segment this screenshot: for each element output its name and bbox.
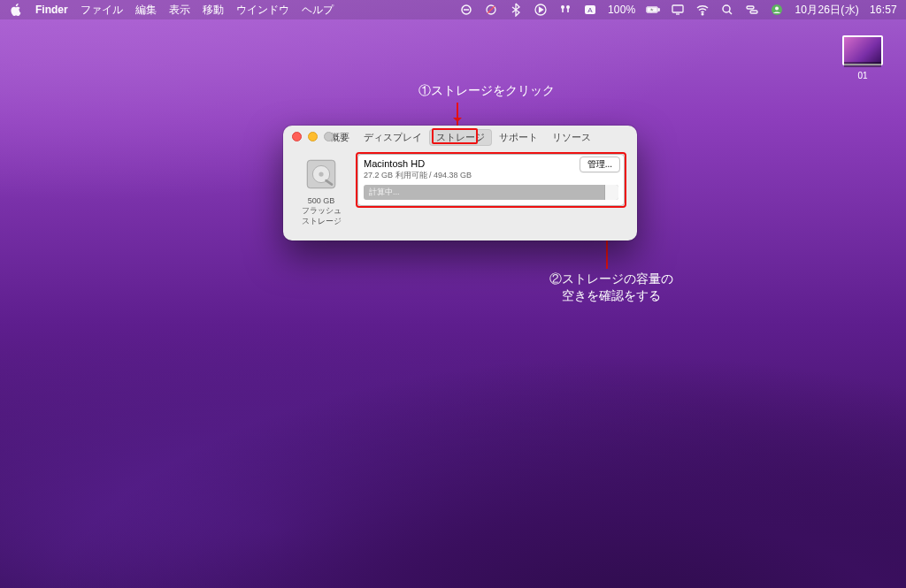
svg-point-14 — [723, 5, 730, 12]
svg-rect-16 — [750, 11, 757, 13]
storage-usage-bar: 計算中... — [364, 185, 618, 200]
annotation-arrow-1 — [457, 103, 458, 126]
play-icon[interactable] — [534, 3, 548, 17]
menu-window[interactable]: ウインドウ — [236, 3, 289, 18]
menubar-date[interactable]: 10月26日(水) — [795, 3, 859, 18]
manage-button[interactable]: 管理... — [580, 157, 620, 172]
battery-text[interactable]: 100% — [608, 4, 636, 16]
menu-bar: Finder ファイル 編集 表示 移動 ウインドウ ヘルプ A 100% 10… — [0, 0, 906, 19]
svg-rect-10 — [658, 9, 659, 11]
tab-displays[interactable]: ディスプレイ — [357, 129, 429, 146]
menu-go[interactable]: 移動 — [203, 3, 224, 18]
input-source-icon[interactable]: A — [583, 3, 597, 17]
tab-resources[interactable]: リソース — [545, 129, 598, 146]
apple-logo-icon[interactable] — [9, 3, 23, 17]
window-zoom-button[interactable] — [324, 132, 334, 141]
storage-card: 管理... Macintosh HD 27.2 GB 利用可能 / 494.38… — [357, 154, 625, 206]
svg-point-21 — [319, 172, 323, 176]
about-this-mac-window: 概要 ディスプレイ ストレージ サポート リソース 500 GB フラッシュ ス… — [283, 126, 637, 241]
desktop-file[interactable]: 01 — [841, 35, 885, 80]
svg-rect-6 — [567, 8, 569, 12]
menu-file[interactable]: ファイル — [81, 3, 123, 18]
svg-point-18 — [775, 7, 779, 11]
drive-type-2: ストレージ — [296, 217, 347, 226]
file-thumbnail-icon — [842, 35, 883, 65]
control-center-icon[interactable] — [745, 3, 759, 17]
file-label: 01 — [841, 71, 885, 80]
wifi-icon[interactable] — [695, 3, 710, 17]
annotation-step1: ①ストレージをクリック — [394, 83, 580, 99]
tab-support[interactable]: サポート — [492, 129, 545, 146]
menu-view[interactable]: 表示 — [169, 3, 190, 18]
window-minimize-button[interactable] — [308, 132, 318, 141]
annotation-step2: ②ストレージの容量の 空きを確認をする — [532, 271, 691, 304]
svg-rect-12 — [672, 5, 683, 12]
svg-text:A: A — [587, 6, 593, 14]
drive-size: 500 GB — [296, 196, 347, 206]
annotation-step2-line2: 空きを確認をする — [562, 288, 661, 302]
battery-icon[interactable] — [646, 3, 660, 17]
menubar-time[interactable]: 16:57 — [870, 4, 897, 16]
about-tabs: 概要 ディスプレイ ストレージ サポート リソース — [323, 129, 598, 146]
airpods-icon[interactable] — [558, 3, 572, 17]
storage-bar-label: 計算中... — [369, 187, 400, 198]
bluetooth-icon[interactable] — [509, 3, 523, 17]
menu-help[interactable]: ヘルプ — [302, 3, 334, 18]
window-titlebar[interactable]: 概要 ディスプレイ ストレージ サポート リソース — [283, 126, 637, 149]
menu-app-name[interactable]: Finder — [35, 4, 68, 16]
status-line-icon[interactable] — [459, 3, 473, 17]
drive-type-1: フラッシュ — [296, 206, 347, 216]
svg-rect-4 — [562, 8, 564, 12]
svg-point-13 — [703, 13, 704, 15]
storage-bar-free — [604, 185, 618, 200]
spotlight-icon[interactable] — [720, 3, 734, 17]
tab-storage[interactable]: ストレージ — [429, 129, 492, 146]
annotation-step2-line1: ②ストレージの容量の — [549, 271, 673, 286]
window-close-button[interactable] — [292, 132, 302, 141]
status-tool-icon[interactable] — [484, 3, 498, 17]
user-menu-icon[interactable] — [770, 3, 784, 17]
drive-summary: 500 GB フラッシュ ストレージ — [296, 154, 347, 226]
drive-icon — [303, 156, 340, 193]
svg-rect-15 — [747, 6, 754, 9]
display-icon[interactable] — [671, 3, 685, 17]
menu-edit[interactable]: 編集 — [135, 3, 157, 18]
